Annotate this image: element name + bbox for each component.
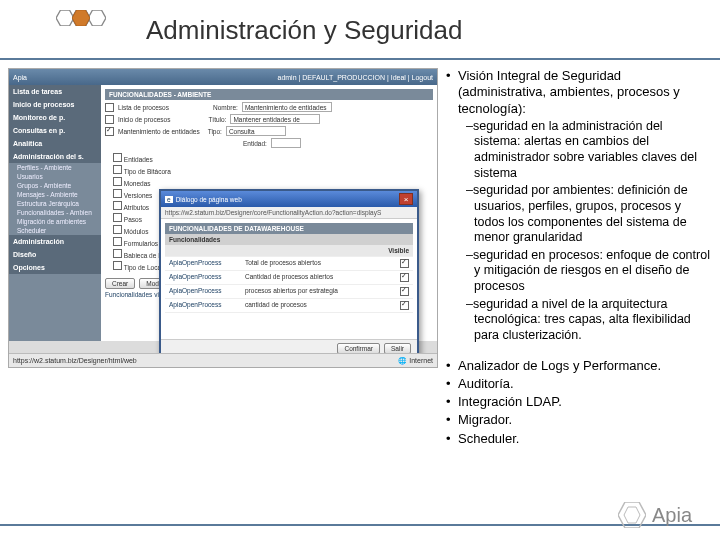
list-item-label: Módulos — [124, 228, 149, 235]
checkbox[interactable] — [105, 115, 114, 124]
bullet-item: •Scheduler. — [446, 431, 712, 447]
checkbox[interactable] — [113, 165, 122, 174]
checkbox[interactable] — [400, 273, 409, 282]
sidebar-subitem[interactable]: Perfiles - Ambiente — [9, 163, 101, 172]
logo-icon — [56, 10, 126, 50]
footer-brand-text: Apia — [652, 504, 692, 527]
checkbox[interactable] — [113, 249, 122, 258]
sidebar-subitem[interactable]: Migración de ambientes — [9, 217, 101, 226]
sidebar-subitem[interactable]: Scheduler — [9, 226, 101, 235]
svg-marker-2 — [88, 10, 106, 26]
lower-bullets: •Analizador de Logs y Performance. •Audi… — [446, 358, 712, 447]
list-item-label: Monedas — [124, 180, 151, 187]
checkbox[interactable] — [113, 153, 122, 162]
app-brand: Apia — [13, 74, 27, 81]
sub-bullet: –seguridad en procesos: enfoque de contr… — [466, 248, 712, 295]
text-column: •Visión Integral de Seguridad (administr… — [446, 68, 712, 449]
table-row: ApiaOpenProcessprocesos abiertos por est… — [165, 285, 413, 299]
checkbox[interactable] — [113, 189, 122, 198]
bullet-main: •Visión Integral de Seguridad (administr… — [446, 68, 712, 117]
sub-bullet: –seguridad en la administración del sist… — [466, 119, 712, 182]
svg-marker-6 — [624, 507, 640, 523]
dialog-body: FUNCIONALIDADES DE DATAWAREHOUSE Funcion… — [161, 219, 417, 317]
checkbox[interactable] — [105, 127, 114, 136]
status-url: https://w2.statum.biz/Designer/html/web — [13, 357, 137, 364]
list-item-label: Pasos — [124, 216, 142, 223]
checkbox[interactable] — [400, 259, 409, 268]
field-label: Mantenimiento de entidades — [118, 128, 200, 135]
sidebar-item[interactable]: Consultas en p. — [9, 124, 101, 137]
dialog-subheader: Funcionalidades — [165, 234, 413, 245]
select-input[interactable] — [271, 138, 301, 148]
dialog-titlebar: eDiálogo de página web × — [161, 191, 417, 207]
sidebar-subitem[interactable]: Mensajes - Ambiente — [9, 190, 101, 199]
checkbox[interactable] — [400, 287, 409, 296]
sidebar-item[interactable]: Administración — [9, 235, 101, 248]
footer-brand: Apia — [618, 502, 692, 528]
checkbox[interactable] — [113, 177, 122, 186]
bullet-item: •Analizador de Logs y Performance. — [446, 358, 712, 374]
app-sidebar: Lista de tareas Inicio de procesos Monit… — [9, 85, 101, 341]
list-item-label: Tipo de Bitácora — [124, 168, 171, 175]
checkbox[interactable] — [113, 237, 122, 246]
field-label: Tipo: — [208, 128, 222, 135]
field-label: Título: — [208, 116, 226, 123]
table-row: ApiaOpenProcesscantidad de procesos — [165, 299, 413, 313]
status-zone: 🌐 Internet — [398, 357, 433, 365]
svg-marker-4 — [72, 10, 90, 26]
sub-bullet: –seguridad a nivel de la arquitectura te… — [466, 297, 712, 344]
sidebar-subitem[interactable]: Grupos - Ambiente — [9, 181, 101, 190]
list-item-label: Versiones — [124, 192, 153, 199]
bullet-item: •Auditoría. — [446, 376, 712, 392]
slide-body: Apia admin | DEFAULT_PRODUCCION | Ideal … — [0, 60, 720, 449]
table-row: ApiaOpenProcessTotal de procesos abierto… — [165, 257, 413, 271]
bullet-item: •Migrador. — [446, 412, 712, 428]
svg-marker-5 — [618, 502, 646, 528]
checkbox[interactable] — [113, 201, 122, 210]
dialog-url: https://w2.statum.biz/Designer/core/Func… — [161, 207, 417, 219]
bullet-item: •Integración LDAP. — [446, 394, 712, 410]
list-item-label: Entidades — [124, 156, 153, 163]
sub-bullet: –seguridad por ambientes: definición de … — [466, 183, 712, 246]
slide-footer: Apia — [0, 524, 720, 526]
content-title: FUNCIONALIDADES - AMBIENTE — [105, 89, 433, 100]
field-label: Inicio de procesos — [118, 116, 170, 123]
ie-icon: e — [165, 196, 173, 203]
status-bar: https://w2.statum.biz/Designer/html/web … — [9, 353, 437, 367]
dialog-header: FUNCIONALIDADES DE DATAWAREHOUSE — [165, 223, 413, 234]
field-label: Nombre: — [213, 104, 238, 111]
app-topbar: Apia admin | DEFAULT_PRODUCCION | Ideal … — [9, 69, 437, 85]
checkbox[interactable] — [105, 103, 114, 112]
table-row: ApiaOpenProcessCantidad de procesos abie… — [165, 271, 413, 285]
slide: Administración y Seguridad Apia admin | … — [0, 0, 720, 540]
sidebar-item[interactable]: Analítica — [9, 137, 101, 150]
sidebar-item[interactable]: Inicio de procesos — [9, 98, 101, 111]
app-screenshot: Apia admin | DEFAULT_PRODUCCION | Ideal … — [8, 68, 438, 368]
text-input[interactable]: Consulta — [226, 126, 286, 136]
sidebar-item[interactable]: Lista de tareas — [9, 85, 101, 98]
checkbox[interactable] — [113, 261, 122, 270]
create-button[interactable]: Crear — [105, 278, 135, 289]
field-label: Lista de procesos — [118, 104, 169, 111]
sidebar-subitem[interactable]: Funcionalidades - Ambien — [9, 208, 101, 217]
divider-bottom — [0, 524, 720, 526]
close-icon[interactable]: × — [399, 193, 413, 205]
list-item-label: Atributos — [123, 204, 149, 211]
sidebar-item[interactable]: Diseño — [9, 248, 101, 261]
sidebar-subitem[interactable]: Usuarios — [9, 172, 101, 181]
dialog-title-text: eDiálogo de página web — [165, 196, 242, 203]
text-input[interactable]: Mantenimiento de entidades — [242, 102, 332, 112]
hex-icon — [618, 502, 646, 528]
sidebar-item[interactable]: Monitoreo de p. — [9, 111, 101, 124]
text-input[interactable]: Mantener entidades de entidades — [230, 114, 320, 124]
checkbox[interactable] — [113, 225, 122, 234]
checkbox[interactable] — [113, 213, 122, 222]
sidebar-item[interactable]: Administración del s. — [9, 150, 101, 163]
modal-dialog: eDiálogo de página web × https://w2.stat… — [159, 189, 419, 359]
app-userinfo: admin | DEFAULT_PRODUCCION | Ideal | Log… — [278, 74, 434, 81]
checkbox[interactable] — [400, 301, 409, 310]
globe-icon: 🌐 — [398, 357, 407, 364]
sidebar-item[interactable]: Opciones — [9, 261, 101, 274]
slide-header: Administración y Seguridad — [0, 0, 720, 56]
sidebar-subitem[interactable]: Estructura Jerárquica — [9, 199, 101, 208]
